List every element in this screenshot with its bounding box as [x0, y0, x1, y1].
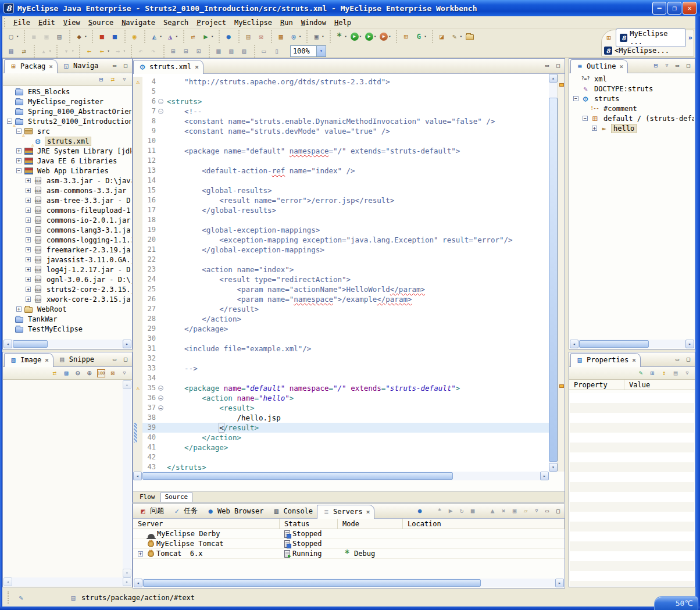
- code-line-33[interactable]: 33 -->: [133, 363, 549, 373]
- code-line-19[interactable]: 19 <global-exception-mappings>: [133, 225, 549, 235]
- scroll-right-icon[interactable]: ▸: [123, 340, 131, 348]
- toolbar-profile-button[interactable]: ▶▾: [378, 31, 392, 42]
- toolbar-convert-button[interactable]: ⇄: [17, 45, 30, 57]
- row-expander-icon[interactable]: +: [138, 551, 143, 557]
- fold-collapse-icon[interactable]: −: [158, 109, 163, 114]
- outline-hscrollbar[interactable]: ◂ ▸: [570, 340, 694, 348]
- scroll-right-icon[interactable]: ▸: [540, 472, 549, 480]
- toolbar-new-visual-button[interactable]: ◮▾: [164, 31, 180, 42]
- tree-expander-icon[interactable]: +: [26, 227, 31, 233]
- view-menu-icon[interactable]: ▽: [533, 506, 541, 515]
- code-line-31[interactable]: 31 <include file="example.xml"/>: [133, 344, 549, 354]
- code-line-9[interactable]: 9 <constant name="struts.devMode" value=…: [133, 126, 549, 136]
- code-line-14[interactable]: 14: [133, 176, 549, 186]
- toolbar-mail-button[interactable]: ✉: [255, 31, 267, 42]
- column-property[interactable]: Property: [569, 380, 624, 390]
- toolbar-diagram-add-button[interactable]: ⊞: [167, 45, 180, 57]
- perspective-secondary-label[interactable]: <MyEclipse...: [615, 47, 669, 55]
- tree-expander-icon[interactable]: +: [26, 188, 31, 193]
- collapse-all-icon[interactable]: ⊟: [652, 61, 660, 69]
- debug-server-icon[interactable]: ●: [416, 506, 424, 515]
- remove-icon[interactable]: ×: [499, 506, 508, 515]
- tree-item-asm-3-3-jar-d-java[interactable]: +oıoasm-3.3.jar - D:\java\: [3, 176, 131, 186]
- combo-dropdown-icon[interactable]: ▾: [316, 46, 326, 56]
- maximize-view-icon[interactable]: □: [555, 61, 563, 69]
- menu-project[interactable]: Project: [192, 17, 230, 28]
- editor-vscrollbar[interactable]: ▴ ▾: [549, 74, 558, 472]
- tree-expander-icon[interactable]: +: [26, 277, 31, 282]
- code-line-42[interactable]: 42: [133, 452, 549, 462]
- server-start-icon[interactable]: ▶: [447, 506, 455, 515]
- editor-body[interactable]: ⚠4 "http://struts.apache.org/dtds/struts…: [133, 74, 565, 472]
- toolbar-diagram-add2-button[interactable]: ⊟: [180, 45, 192, 57]
- code-line-35[interactable]: ⚠35− <package name="default" namespace="…: [133, 383, 549, 393]
- open-perspective-icon[interactable]: ⊞: [604, 33, 613, 42]
- minimize-button[interactable]: —: [652, 2, 666, 15]
- server-restart-icon[interactable]: ↻: [458, 506, 466, 515]
- code-line-27[interactable]: 27 </result>: [133, 304, 549, 314]
- maximize-view-icon[interactable]: □: [685, 61, 693, 69]
- perspective-button-myeclipse[interactable]: 8 MyEclipse ...: [616, 28, 686, 47]
- toolbar-v-spacing-button[interactable]: ▯: [270, 45, 283, 57]
- tab-package-explorer[interactable]: ⊞ Packag ×: [4, 59, 58, 73]
- tree-expander-icon[interactable]: +: [16, 158, 22, 163]
- tree-item-struts-xml[interactable]: ⚙⚠struts.xml: [3, 136, 131, 146]
- tree-item-testmyeclipse[interactable]: TestMyEclipse: [3, 324, 131, 334]
- tree-item-asm-tree-3-3-jar-d[interactable]: +oıoasm-tree-3.3.jar - D:\: [3, 195, 131, 205]
- toolbar-snapshot-button[interactable]: ▣▾: [310, 31, 326, 42]
- minimize-view-icon[interactable]: ▭: [544, 61, 552, 69]
- tree-item-spring-0100-abstractoriented[interactable]: Spring_0100_AbstractOriented: [3, 106, 131, 116]
- toolbar-web20-button[interactable]: ◉: [128, 31, 141, 42]
- server-row-myeclipse-derby[interactable]: MyEclipse DerbyStopped: [133, 529, 565, 539]
- fold-collapse-icon[interactable]: −: [158, 405, 163, 411]
- code-line-38[interactable]: 38 /hello.jsp: [133, 413, 549, 423]
- tree-item-javassist-3-11-0-ga-ja[interactable]: +oıojavassist-3.11.0.GA.ja: [3, 255, 131, 265]
- tab-web-browser[interactable]: ●Web Browser: [202, 505, 267, 518]
- fast-view-icon[interactable]: ✎: [16, 593, 26, 602]
- tree-item-default-struts-default[interactable]: −⊞default / (struts-default: [570, 113, 694, 123]
- overview-ruler[interactable]: [558, 74, 565, 472]
- toolbar-deploy-red-button[interactable]: ■: [95, 31, 108, 42]
- code-line-26[interactable]: 26 <param name="namespace">/example</par…: [133, 294, 549, 304]
- toolbar-prev-ann-button[interactable]: ▴▾: [37, 45, 53, 57]
- tree-item-webroot[interactable]: +WebRoot: [3, 304, 131, 314]
- view-menu-icon[interactable]: ▽: [663, 61, 671, 69]
- tree-expander-icon[interactable]: +: [16, 148, 22, 154]
- code-line-24[interactable]: 24 <result type="redirectAction">: [133, 274, 549, 284]
- restore-button[interactable]: ❐: [667, 2, 681, 15]
- close-icon[interactable]: ×: [365, 508, 370, 516]
- code-line-10[interactable]: 10: [133, 136, 549, 146]
- menu-window[interactable]: Window: [297, 17, 330, 28]
- tree-item-commons-fileupload-1-3[interactable]: +oıocommons-fileupload-1.3: [3, 205, 131, 215]
- scroll-right-icon[interactable]: ▸: [123, 577, 131, 586]
- tree-expander-icon[interactable]: +: [592, 126, 597, 131]
- tree-expander-icon[interactable]: −: [7, 119, 12, 124]
- toolbar-print-button[interactable]: ▤: [53, 31, 66, 42]
- code-line-4[interactable]: ⚠4 "http://struts.apache.org/dtds/struts…: [133, 77, 549, 87]
- scroll-left-icon[interactable]: ◂: [570, 340, 578, 348]
- view-menu-icon[interactable]: ▽: [120, 76, 128, 84]
- toolbar-deploy-blue-button[interactable]: ■: [108, 31, 121, 42]
- tree-expander-icon[interactable]: +: [26, 247, 31, 252]
- tree-item-jre-system-library-jdk1[interactable]: +JRE System Library [jdk1.: [3, 146, 131, 156]
- link-icon[interactable]: ⇄: [51, 369, 59, 377]
- open-folder-icon[interactable]: ▱: [522, 506, 530, 515]
- menu-myeclipse[interactable]: MyEclipse: [230, 17, 276, 28]
- server-debug-icon[interactable]: *: [435, 506, 444, 515]
- restore-defaults-icon[interactable]: ▤: [672, 369, 680, 377]
- toolbar-debug-button[interactable]: *▾: [333, 31, 349, 42]
- scroll-left-icon[interactable]: ◂: [3, 577, 12, 586]
- column-mode[interactable]: Mode: [338, 519, 403, 529]
- tab-item[interactable]: ◩问题: [134, 504, 168, 518]
- close-icon[interactable]: ×: [48, 63, 53, 70]
- scroll-right-icon[interactable]: ▸: [685, 340, 694, 348]
- maximize-view-icon[interactable]: □: [122, 61, 130, 69]
- zoom-level-combo[interactable]: 100%▾: [290, 45, 326, 57]
- code-line-28[interactable]: 28 </action>: [133, 314, 549, 324]
- tree-expander-icon[interactable]: −: [16, 168, 22, 173]
- servers-hscrollbar[interactable]: ◂ ▸: [134, 579, 564, 587]
- column-value[interactable]: Value: [624, 381, 650, 389]
- tab-navigator[interactable]: ◱ Naviga: [58, 59, 102, 73]
- toolbar-undo-button[interactable]: ↶: [134, 45, 147, 57]
- image-tool-icon[interactable]: ▨: [62, 369, 70, 377]
